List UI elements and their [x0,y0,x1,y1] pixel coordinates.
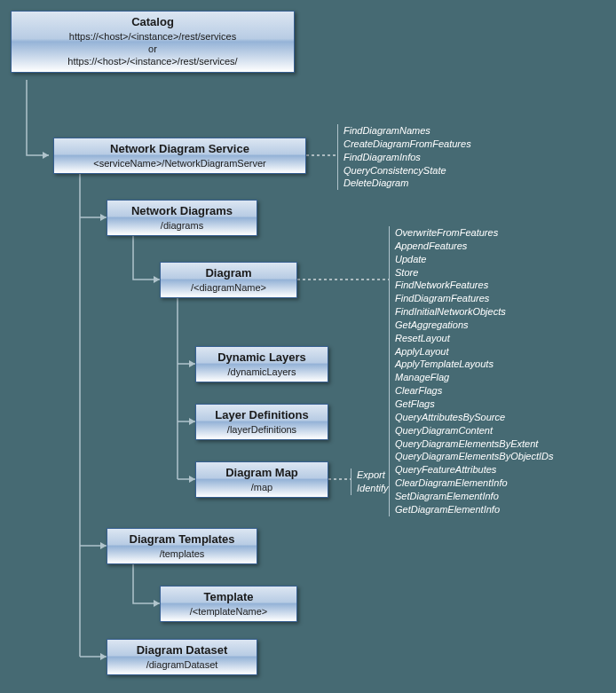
op-item: CreateDiagramFromFeatures [344,138,471,151]
op-item: ClearDiagramElementInfo [395,476,554,490]
templates-title: Diagram Templates [113,532,251,547]
ops-diagram: OverwriteFromFeatures AppendFeatures Upd… [389,226,554,516]
op-item: DeleteDiagram [344,177,471,190]
op-item: FindDiagramFeatures [395,292,554,305]
svg-marker-4 [154,276,160,283]
op-item: QueryDiagramElementsByObjectIDs [395,450,554,463]
op-item: GetDiagramElementInfo [395,503,554,516]
svg-marker-3 [100,653,107,660]
op-item: ResetLayout [395,332,554,345]
node-diagram-map: Diagram Map /map [195,461,328,498]
op-item: QueryDiagramContent [395,424,554,437]
ops-network-diagram-service: FindDiagramNames CreateDiagramFromFeatur… [337,124,471,190]
op-item: QueryDiagramElementsByExtent [395,437,554,451]
op-item: GetFlags [395,398,554,411]
op-item: OverwriteFromFeatures [395,226,554,240]
nds-path: <serviceName>/NetworkDiagramServer [59,157,300,169]
svg-marker-1 [100,214,107,221]
op-item: Export [357,469,388,482]
node-diagram: Diagram /<diagramName> [160,262,297,298]
svg-marker-6 [189,418,195,425]
op-item: AppendFeatures [395,240,554,253]
map-path: /map [201,481,322,493]
op-item: ClearFlags [395,384,554,398]
template-title: Template [166,590,291,605]
dataset-path: /diagramDataset [113,658,251,671]
svg-marker-0 [43,152,49,159]
catalog-or: or [17,43,288,55]
op-item: QueryFeatureAttributes [395,463,554,476]
svg-marker-5 [189,360,195,367]
catalog-url-2: https://<host>/<instance>/rest/services/ [17,55,288,67]
node-layer-definitions: Layer Definitions /layerDefinitions [195,404,328,440]
node-dynamic-layers: Dynamic Layers /dynamicLayers [195,346,328,382]
op-item: FindDiagramInfos [344,151,471,164]
ops-diagram-map: Export Identify [351,469,388,495]
layerdefs-title: Layer Definitions [201,408,322,423]
catalog-url-1: https://<host>/<instance>/rest/services [17,30,288,43]
op-item: ManageFlag [395,371,554,384]
op-item: FindInitialNetworkObjects [395,305,554,319]
op-item: FindDiagramNames [344,124,471,138]
layerdefs-path: /layerDefinitions [201,423,322,436]
node-diagram-templates: Diagram Templates /templates [107,528,257,564]
dataset-title: Diagram Dataset [113,643,251,658]
node-diagram-dataset: Diagram Dataset /diagramDataset [107,639,257,675]
diagrams-path: /diagrams [113,219,251,232]
svg-marker-8 [154,600,160,607]
nds-title: Network Diagram Service [59,142,300,157]
diagram-path: /<diagramName> [166,281,291,294]
op-item: QueryConsistencyState [344,164,471,177]
op-item: ApplyTemplateLayouts [395,358,554,371]
template-path: /<templateName> [166,605,291,618]
templates-path: /templates [113,547,251,560]
op-item: GetAggregations [395,319,554,332]
catalog-title: Catalog [17,15,288,30]
diagram-title: Diagram [166,266,291,281]
svg-marker-2 [100,542,107,549]
svg-marker-7 [189,476,195,483]
map-title: Diagram Map [201,466,322,481]
diagrams-title: Network Diagrams [113,204,251,219]
op-item: Store [395,266,554,280]
op-item: ApplyLayout [395,345,554,358]
node-network-diagram-service: Network Diagram Service <serviceName>/Ne… [53,138,306,174]
node-network-diagrams: Network Diagrams /diagrams [107,200,257,236]
op-item: Identify [357,482,388,495]
op-item: Update [395,253,554,266]
dynlayers-path: /dynamicLayers [201,366,322,378]
dynlayers-title: Dynamic Layers [201,350,322,366]
op-item: QueryAttributesBySource [395,411,554,424]
op-item: SetDiagramElementInfo [395,490,554,503]
op-item: FindNetworkFeatures [395,279,554,292]
node-template: Template /<templateName> [160,586,297,622]
node-catalog: Catalog https://<host>/<instance>/rest/s… [11,11,295,73]
